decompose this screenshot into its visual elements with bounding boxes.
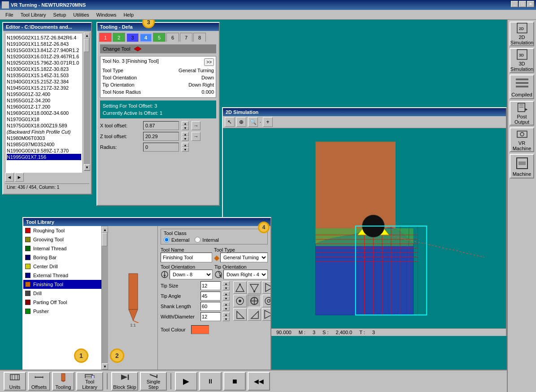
tool-tab-2[interactable]: 2	[113, 33, 125, 42]
radius-spinner[interactable]: ▲ ▼	[182, 143, 189, 152]
tip-size-input[interactable]	[200, 281, 221, 290]
scroll-up-arrow[interactable]: ▲	[84, 32, 90, 39]
tip-icon-4[interactable]	[233, 295, 247, 307]
tool-internal-thread[interactable]: Internal Thread	[23, 244, 101, 253]
tip-size-down[interactable]: ▼	[222, 286, 230, 290]
internal-radio-label[interactable]: Internal	[195, 237, 219, 243]
sim-crosshair-btn[interactable]: ⊕	[236, 117, 246, 127]
scroll-down-arrow[interactable]: ▼	[84, 164, 90, 170]
expand-btn[interactable]: >>	[204, 58, 214, 66]
sim-zoom-btn[interactable]: 🔍	[248, 117, 258, 127]
sidebar-btn-3d[interactable]: 3D 3DSimulation	[510, 48, 534, 73]
scroll-thumb[interactable]	[84, 39, 89, 52]
menu-windows[interactable]: Windows	[93, 11, 120, 18]
tool-grooving[interactable]: Grooving Tool	[23, 235, 101, 244]
shank-up[interactable]: ▲	[222, 302, 230, 306]
tool-tab-3[interactable]: 3	[126, 33, 139, 42]
x-offset-nav[interactable]: →	[192, 121, 200, 130]
tip-angle-input[interactable]	[200, 292, 221, 301]
sidebar-btn-2d[interactable]: 2D 2DSimulation	[510, 22, 534, 46]
editor-next-btn[interactable]: ►	[15, 173, 24, 182]
single-step-btn[interactable]: Single Step	[140, 372, 167, 391]
editor-prev-btn[interactable]: ◄	[5, 173, 14, 182]
tool-boring-bar[interactable]: Boring Bar	[23, 253, 101, 262]
minimize-btn[interactable]: _	[511, 1, 518, 7]
tool-name-input[interactable]	[161, 253, 212, 262]
tool-tab-5[interactable]: 5	[153, 33, 166, 42]
tip-icon-5[interactable]	[248, 295, 261, 307]
external-radio[interactable]	[164, 237, 170, 243]
width-down[interactable]: ▼	[222, 317, 230, 321]
editor-scrollbar[interactable]: ▲ ▼	[84, 32, 90, 171]
tool-library-btn[interactable]: Tool Library	[76, 372, 103, 391]
units-btn[interactable]: Units	[4, 372, 26, 391]
sidebar-btn-compiled[interactable]: Compiled	[510, 74, 534, 99]
tip-icon-7[interactable]	[233, 308, 247, 321]
tool-tab-4[interactable]: 4	[139, 33, 152, 42]
tip-icon-2[interactable]	[248, 281, 261, 294]
tool-scroll-up[interactable]: ▲	[102, 226, 108, 233]
block-skip-btn[interactable]: Block Skip	[111, 372, 138, 391]
tool-type-select[interactable]: General Turning	[220, 253, 268, 262]
width-up[interactable]: ▲	[222, 312, 230, 317]
internal-radio[interactable]	[195, 237, 200, 243]
tip-orient-select[interactable]: Down Right - 4	[223, 270, 268, 279]
tip-angle-spinner[interactable]: ▲ ▼	[222, 292, 230, 301]
x-offset-spinner[interactable]: ▲ ▼	[182, 121, 189, 130]
tool-scroll-down[interactable]: ▼	[102, 363, 108, 370]
shank-length-spinner[interactable]: ▲ ▼	[222, 302, 230, 311]
pause-btn[interactable]: ⏸	[199, 372, 222, 391]
tool-scroll-thumb[interactable]	[102, 233, 107, 246]
shank-length-input[interactable]	[200, 302, 221, 311]
stop-btn[interactable]: ⏹	[223, 372, 246, 391]
x-offset-up[interactable]: ▲	[182, 121, 189, 126]
radius-up[interactable]: ▲	[182, 143, 189, 147]
menu-setup[interactable]: Setup	[50, 11, 70, 18]
tool-parting-off[interactable]: Parting Off Tool	[23, 298, 101, 307]
tool-center-drill[interactable]: Center Drill	[23, 262, 101, 271]
sidebar-btn-post[interactable]: Post Output	[510, 101, 534, 126]
tip-icon-1[interactable]	[233, 281, 247, 294]
tool-tab-1[interactable]: 1	[99, 33, 112, 42]
sim-zoom-in-btn[interactable]: +	[263, 117, 273, 127]
sidebar-btn-machine[interactable]: Machine	[510, 154, 534, 179]
tool-external-thread[interactable]: External Thread	[23, 271, 101, 280]
shank-down[interactable]: ▼	[222, 306, 230, 311]
tool-tab-6[interactable]: 6	[166, 33, 179, 42]
tip-angle-up[interactable]: ▲	[222, 292, 230, 296]
tool-tab-8[interactable]: 8	[193, 33, 206, 42]
tool-tab-7[interactable]: 7	[180, 33, 192, 42]
editor-content[interactable]: N1905G02X11.57Z-26.842R6.4 N1910G01X11.5…	[6, 34, 82, 173]
z-offset-spinner[interactable]: ▲ ▼	[182, 132, 189, 141]
tip-angle-down[interactable]: ▼	[222, 296, 230, 301]
z-offset-input[interactable]	[143, 132, 179, 141]
play-btn[interactable]: ▶	[175, 372, 197, 391]
back-btn[interactable]: ◀◀	[248, 372, 270, 391]
tooling-btn[interactable]: Tooling	[52, 372, 74, 391]
sim-select-btn[interactable]: ↖	[225, 117, 235, 127]
tip-icon-8[interactable]	[248, 308, 261, 321]
menu-tool-library[interactable]: Tool Library	[17, 11, 50, 18]
offsets-btn[interactable]: Offsets	[28, 372, 50, 391]
tip-size-spinner[interactable]: ▲ ▼	[222, 281, 230, 290]
tool-roughing[interactable]: Roughing Tool	[23, 226, 101, 235]
tool-finishing[interactable]: Finishing Tool	[23, 280, 101, 289]
radius-input[interactable]	[143, 143, 179, 152]
sidebar-btn-vrmachine[interactable]: VR Machine	[510, 127, 534, 152]
tool-colour-box[interactable]	[191, 325, 209, 334]
menu-utilities[interactable]: Utilities	[70, 11, 92, 18]
tip-icon-6[interactable]	[262, 295, 270, 307]
tool-pusher[interactable]: Pusher	[23, 307, 101, 316]
external-radio-label[interactable]: External	[164, 237, 189, 243]
menu-help[interactable]: Help	[120, 11, 137, 18]
x-offset-input[interactable]	[143, 121, 179, 130]
tip-size-up[interactable]: ▲	[222, 281, 230, 286]
z-offset-nav[interactable]: →	[192, 132, 200, 141]
tool-drill[interactable]: Drill	[23, 289, 101, 298]
z-offset-down[interactable]: ▼	[182, 136, 189, 141]
width-diameter-spinner[interactable]: ▲ ▼	[222, 312, 230, 321]
width-diameter-input[interactable]	[200, 312, 221, 321]
x-offset-down[interactable]: ▼	[182, 126, 189, 130]
tool-list-scrollbar[interactable]: ▲ ▼	[102, 226, 108, 370]
close-btn[interactable]: ×	[527, 1, 534, 7]
